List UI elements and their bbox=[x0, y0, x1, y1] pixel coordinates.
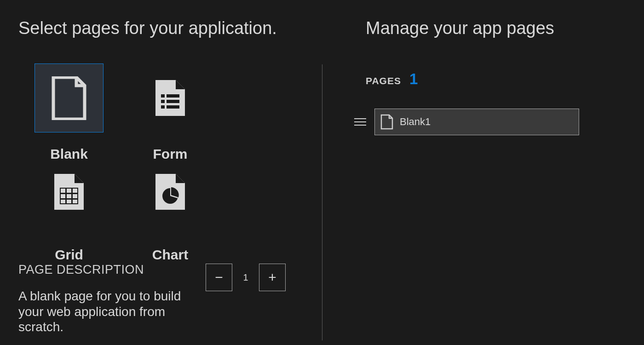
template-chart[interactable]: Chart bbox=[124, 171, 216, 263]
template-grid: Blank bbox=[23, 63, 304, 263]
stepper-value: 1 bbox=[232, 264, 259, 291]
svg-rect-14 bbox=[67, 200, 71, 203]
page-grid-icon bbox=[53, 173, 85, 211]
template-grid-iconbox bbox=[34, 171, 104, 213]
template-blank[interactable]: Blank bbox=[23, 63, 115, 162]
stepper-increment-button[interactable]: + bbox=[259, 264, 286, 291]
svg-rect-5 bbox=[167, 105, 179, 109]
svg-rect-8 bbox=[67, 189, 71, 193]
select-pages-heading: Select pages for your application. bbox=[18, 18, 304, 38]
template-form[interactable]: Form bbox=[124, 63, 216, 162]
manage-pages-heading: Manage your app pages bbox=[366, 18, 626, 38]
page-row: Blank1 bbox=[354, 109, 626, 135]
template-blank-iconbox bbox=[34, 63, 104, 132]
template-chart-iconbox bbox=[136, 171, 205, 213]
svg-rect-10 bbox=[61, 194, 65, 198]
svg-rect-12 bbox=[73, 194, 77, 198]
pages-count: 1 bbox=[409, 70, 418, 88]
page-item-icon bbox=[380, 114, 393, 130]
svg-rect-1 bbox=[167, 94, 179, 98]
pages-label: PAGES bbox=[366, 75, 401, 86]
page-chart-icon bbox=[155, 173, 186, 211]
page-description-label: PAGE DESCRIPTION bbox=[18, 263, 202, 277]
template-grid[interactable]: Grid bbox=[23, 171, 115, 263]
svg-rect-9 bbox=[73, 189, 77, 193]
page-blank-icon bbox=[51, 76, 87, 120]
page-item[interactable]: Blank1 bbox=[374, 109, 579, 135]
svg-rect-0 bbox=[161, 94, 165, 98]
svg-rect-2 bbox=[161, 100, 165, 103]
template-chart-label: Chart bbox=[152, 247, 188, 263]
svg-rect-11 bbox=[67, 194, 71, 198]
pages-header: PAGES 1 bbox=[366, 70, 626, 88]
svg-rect-13 bbox=[61, 200, 65, 203]
page-item-label: Blank1 bbox=[400, 116, 431, 128]
page-form-icon bbox=[155, 79, 186, 117]
template-blank-label: Blank bbox=[50, 146, 88, 162]
page-description-text: A blank page for you to build your web a… bbox=[18, 288, 202, 335]
template-grid-label: Grid bbox=[55, 247, 83, 263]
svg-rect-7 bbox=[61, 189, 65, 193]
template-form-iconbox bbox=[136, 63, 205, 132]
quantity-stepper: − 1 + bbox=[206, 264, 286, 291]
svg-rect-15 bbox=[73, 200, 77, 203]
svg-rect-3 bbox=[167, 100, 179, 103]
stepper-decrement-button[interactable]: − bbox=[206, 264, 232, 291]
svg-rect-4 bbox=[161, 105, 165, 109]
drag-handle-icon[interactable] bbox=[354, 118, 366, 126]
template-form-label: Form bbox=[153, 146, 188, 162]
